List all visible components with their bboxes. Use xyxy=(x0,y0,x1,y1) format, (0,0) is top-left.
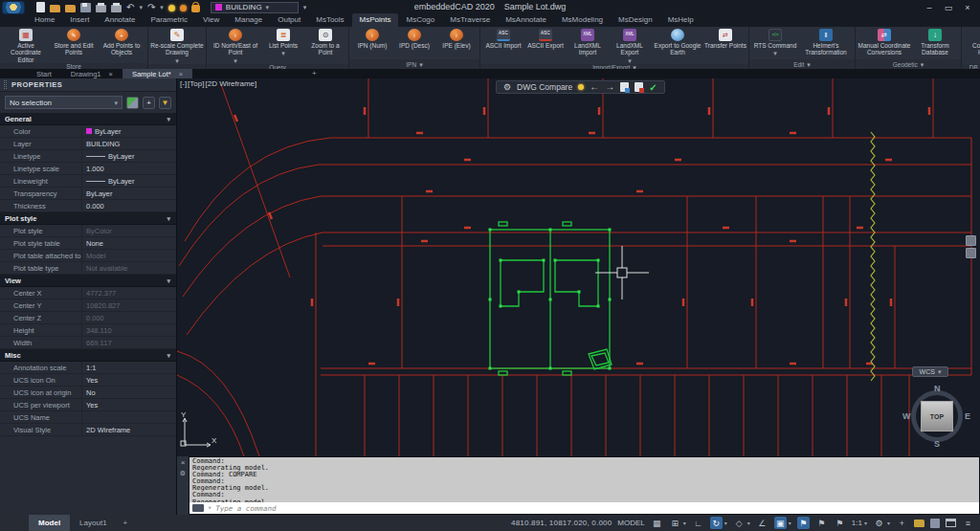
wrench-icon[interactable]: ⚙ xyxy=(180,470,186,477)
landxml-export-button[interactable]: XML LandXML Export ▾ xyxy=(609,28,651,64)
isolate-objects-icon[interactable] xyxy=(914,520,924,527)
add-points-to-objects-button[interactable]: + Add Points to Objects xyxy=(98,28,145,56)
property-row[interactable]: Plot style table None xyxy=(0,237,176,250)
store-and-edit-points-button[interactable]: ✎ Store and Edit Points xyxy=(50,28,98,56)
transfer-points-button[interactable]: ⇄ Transfer Points xyxy=(704,28,746,49)
viewcube-west[interactable]: W xyxy=(902,411,911,421)
lamp-on-icon[interactable] xyxy=(168,5,175,11)
viewcube-east[interactable]: E xyxy=(965,411,970,421)
wcs-indicator[interactable]: WCS ▾ xyxy=(912,366,948,377)
ribbon-tab[interactable]: Output xyxy=(270,13,308,27)
select-objects-icon[interactable]: + xyxy=(143,97,155,109)
viewcube-north[interactable]: N xyxy=(934,384,941,393)
new-layout-button[interactable]: + xyxy=(117,519,135,527)
grid-toggle[interactable]: ▦ xyxy=(651,517,663,529)
ascii-import-button[interactable]: ASC ASCII Import xyxy=(482,28,524,49)
customization-plus-icon[interactable]: + xyxy=(896,517,908,529)
viewport-minimize-control[interactable]: [-] xyxy=(180,79,187,88)
manual-coordinate-conversions-button[interactable]: ⇄ Manual Coordinate Conversions xyxy=(858,28,911,56)
toggle-pickadd-icon[interactable] xyxy=(126,97,139,109)
chevron-down-icon[interactable]: ▾ xyxy=(208,505,212,512)
property-row[interactable]: Center Z 0.000 xyxy=(0,312,176,324)
rescale-complete-drawing-button[interactable]: ✎ Re-scale Complete Drawing ▾ xyxy=(150,28,204,64)
helmert-transformation-button[interactable]: ‖ Helmert's Transformation xyxy=(799,28,853,56)
ribbon-tab[interactable]: MsPoints xyxy=(352,13,399,27)
ribbon-tab[interactable]: MsModeling xyxy=(554,13,611,27)
property-row[interactable]: Thickness 0.000 xyxy=(0,200,176,212)
ribbon-tab[interactable]: MsAnnotate xyxy=(498,13,554,27)
customization-menu-icon[interactable]: ≡ xyxy=(962,517,974,529)
ipd-desc-button[interactable]: i IPD (Desc) xyxy=(393,28,435,49)
property-row[interactable]: Plot style ByColor xyxy=(0,225,176,237)
ribbon-tab[interactable]: Home xyxy=(27,13,62,27)
compare-revision-zigzag[interactable] xyxy=(871,132,875,381)
annotation-scale-value[interactable]: 1:1 xyxy=(852,519,862,527)
transform-database-button[interactable]: ↓ Transform Database xyxy=(911,28,959,56)
ribbon-tab[interactable]: MsHelp xyxy=(660,13,702,27)
coordinate-history-button[interactable]: ▭ Coordinate History ▾ xyxy=(964,28,980,64)
property-row[interactable]: Center X 4772.377 xyxy=(0,287,176,299)
property-row[interactable]: UCS icon On Yes xyxy=(0,374,176,387)
ribbon-tab[interactable]: Parametric xyxy=(143,13,195,27)
property-row[interactable]: Annotation scale 1:1 xyxy=(0,362,176,374)
property-row[interactable]: Linetype scale 1.000 xyxy=(0,163,176,175)
viewport-visual-style-control[interactable]: [2D Wireframe] xyxy=(205,79,256,88)
ribbon-tab[interactable]: MsTools xyxy=(308,13,351,27)
property-row[interactable]: UCS Name xyxy=(0,411,176,424)
palette-header[interactable]: PROPERTIES xyxy=(0,78,176,92)
palette-grip-icon[interactable] xyxy=(4,80,7,89)
redo-caret-icon[interactable]: ▾ xyxy=(160,4,164,11)
red-parcel-lines[interactable] xyxy=(177,78,971,456)
app-logo-icon[interactable] xyxy=(2,1,25,14)
property-row[interactable]: Color ByLayer xyxy=(0,125,176,138)
property-row[interactable]: Visual Style 2D Wireframe xyxy=(0,424,176,436)
graphics-performance-icon[interactable] xyxy=(930,519,940,528)
snap-toggle[interactable]: ⊞ xyxy=(669,517,681,529)
zoom-to-point-button[interactable]: ⊙ Zoom to a Point xyxy=(304,28,346,56)
property-row[interactable]: Width 669.117 xyxy=(0,337,176,349)
drawing-canvas[interactable]: [-] [Top] [2D Wireframe] ⚙ DWG Compare ←… xyxy=(177,78,980,456)
isometric-drafting-toggle[interactable]: ◇ xyxy=(733,517,746,529)
property-row[interactable]: UCS per viewport Yes xyxy=(0,399,176,411)
section-misc[interactable]: Misc ▾ xyxy=(0,349,176,362)
active-coordinate-editor-button[interactable]: ▦ Active Coordinate Editor xyxy=(2,28,50,63)
lock-icon[interactable] xyxy=(191,5,200,12)
close-icon[interactable]: × xyxy=(109,70,113,78)
selection-dropdown[interactable]: No selection ▾ xyxy=(5,96,122,109)
property-row[interactable]: UCS icon at origin No xyxy=(0,387,176,399)
layout-tab[interactable]: Layout1 xyxy=(70,515,116,531)
ribbon-tab[interactable]: MsDesign xyxy=(611,13,660,27)
property-row[interactable]: Center Y 10820.827 xyxy=(0,299,176,312)
command-prompt-icon[interactable] xyxy=(192,504,204,512)
ipn-num-button[interactable]: i IPN (Num) xyxy=(351,28,393,49)
chevron-down-icon[interactable]: ▾ xyxy=(683,520,686,526)
ribbon-tab[interactable]: MsCogo xyxy=(398,13,442,27)
view-cube[interactable]: N S W E TOP xyxy=(905,387,970,448)
print-icon[interactable] xyxy=(111,5,122,12)
section-view[interactable]: View ▾ xyxy=(0,275,176,287)
document-tab[interactable]: Start × xyxy=(27,69,61,78)
ribbon-tab[interactable]: MsTraverse xyxy=(442,13,498,27)
property-row[interactable]: Height 348.110 xyxy=(0,324,176,337)
annotation-visibility-toggle[interactable]: ⚑ xyxy=(797,517,810,529)
layer-selector[interactable]: BUILDING ▾ xyxy=(211,2,299,13)
lamp-alt-icon[interactable] xyxy=(180,5,187,11)
clean-screen-icon[interactable] xyxy=(946,519,956,527)
save-icon[interactable] xyxy=(80,3,91,12)
command-history[interactable]: Command:Regenerating model.Command: COMP… xyxy=(189,457,979,502)
document-tab[interactable]: Sample Lot* × xyxy=(122,69,192,78)
restore-button[interactable]: ▭ xyxy=(940,3,957,12)
command-input-placeholder[interactable]: Type a command xyxy=(215,504,276,513)
property-row[interactable]: Layer BUILDING xyxy=(0,138,176,150)
viewcube-south[interactable]: S xyxy=(934,439,940,449)
command-input-row[interactable]: ▾ Type a command xyxy=(189,502,979,514)
ortho-toggle[interactable]: ∟ xyxy=(692,517,704,529)
property-row[interactable]: Transparency ByLayer xyxy=(0,188,176,200)
rts-command-button[interactable]: </> RTS Command ▾ xyxy=(751,28,799,56)
annotation-scale-icon[interactable]: ⚑ xyxy=(834,517,846,529)
polar-tracking-toggle[interactable]: ↻ xyxy=(710,517,723,529)
close-icon[interactable]: × xyxy=(181,458,186,467)
chevron-down-icon[interactable]: ▾ xyxy=(747,520,750,526)
property-row[interactable]: Plot table attached to Model xyxy=(0,250,176,262)
canvas-edge-button-top[interactable] xyxy=(966,235,976,246)
